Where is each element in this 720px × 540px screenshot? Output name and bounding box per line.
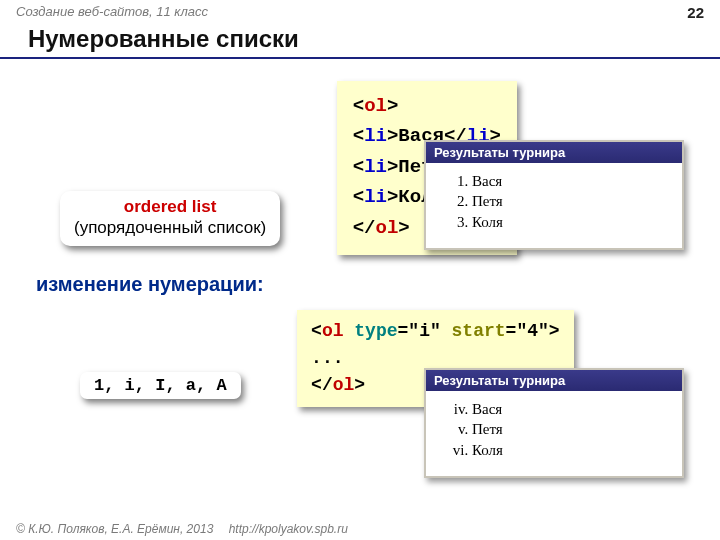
- browser-window-1: Результаты турнира Вася Петя Коля: [424, 140, 684, 250]
- tag-ol-open: ol: [364, 95, 387, 117]
- attr-start-val: "4": [516, 321, 548, 341]
- list-item: Петя: [472, 191, 672, 211]
- callout-bubble: ordered list (упорядоченный список): [60, 191, 280, 246]
- footer-copyright: © К.Ю. Поляков, Е.А. Ерёмин, 2013: [16, 522, 213, 536]
- footer: © К.Ю. Поляков, Е.А. Ерёмин, 2013 http:/…: [16, 522, 348, 536]
- top-bar: Создание веб-сайтов, 11 класс 22: [0, 0, 720, 23]
- browser-title-1: Результаты турнира: [426, 142, 682, 163]
- attr-start: start: [452, 321, 506, 341]
- callout-line1: ordered list: [74, 197, 266, 217]
- tag-li: li: [364, 186, 387, 208]
- attr-type: type: [354, 321, 397, 341]
- tag-ol2-close: ol: [333, 375, 355, 395]
- list-item: Вася: [472, 171, 672, 191]
- attr-type-val: "i": [408, 321, 440, 341]
- tag-li: li: [364, 125, 387, 147]
- browser-title-2: Результаты турнира: [426, 370, 682, 391]
- browser-body-2: Вася Петя Коля: [426, 391, 682, 476]
- list-item: Коля: [472, 212, 672, 232]
- tag-li: li: [364, 156, 387, 178]
- page-title: Нумерованные списки: [0, 23, 720, 59]
- course-label: Создание веб-сайтов, 11 класс: [16, 4, 208, 21]
- code2-body: ...: [311, 348, 343, 368]
- type-options-pill: 1, i, I, a, A: [80, 372, 241, 399]
- list-item: Коля: [472, 440, 672, 460]
- tag-ol-close: ol: [376, 217, 399, 239]
- footer-url: http://kpolyakov.spb.ru: [229, 522, 348, 536]
- callout-line2: (упорядоченный список): [74, 218, 266, 238]
- page-number: 22: [687, 4, 704, 21]
- list-item: Вася: [472, 399, 672, 419]
- browser-window-2: Результаты турнира Вася Петя Коля: [424, 368, 684, 478]
- subheading: изменение нумерации:: [36, 273, 720, 296]
- tag-ol2-open: ol: [322, 321, 344, 341]
- browser-body-1: Вася Петя Коля: [426, 163, 682, 248]
- list-item: Петя: [472, 419, 672, 439]
